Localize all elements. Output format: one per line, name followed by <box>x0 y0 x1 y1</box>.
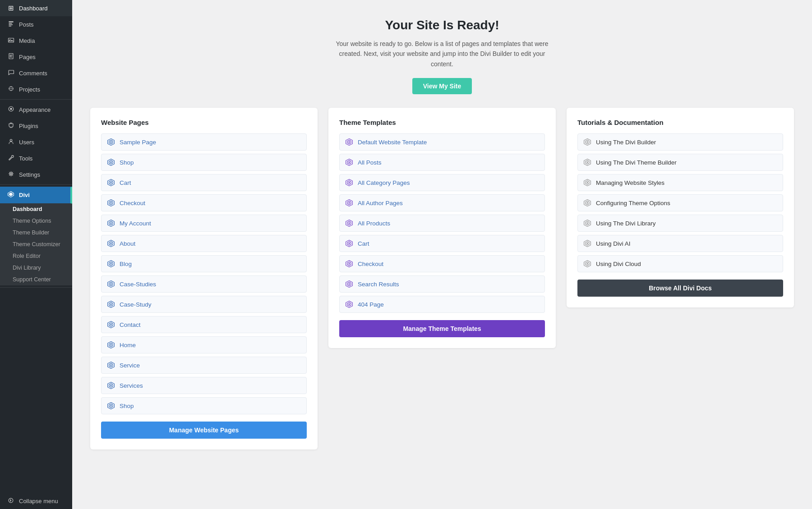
sidebar-item-pages[interactable]: Pages <box>0 49 72 65</box>
svg-point-81 <box>348 243 350 244</box>
svg-point-96 <box>586 162 588 163</box>
theme-template-item[interactable]: 404 Page <box>339 296 545 313</box>
svg-rect-7 <box>9 55 12 55</box>
dashboard-icon: ⊞ <box>6 4 15 12</box>
tutorial-item[interactable]: Using The Divi Theme Builder <box>577 154 783 171</box>
sidebar-item-tools[interactable]: Tools <box>0 150 72 166</box>
manage-theme-templates-button[interactable]: Manage Theme Templates <box>339 320 545 337</box>
website-page-item[interactable]: Shop <box>101 154 307 171</box>
sidebar-label-dashboard: Dashboard <box>19 5 48 12</box>
sidebar-item-dashboard[interactable]: ⊞ Dashboard <box>0 0 72 16</box>
website-page-item[interactable]: Sample Page <box>101 133 307 151</box>
tutorial-item[interactable]: Using Divi AI <box>577 235 783 252</box>
sidebar-item-comments[interactable]: Comments <box>0 65 72 81</box>
website-page-item[interactable]: Blog <box>101 255 307 272</box>
sidebar-sub-dashboard[interactable]: Dashboard <box>0 203 72 215</box>
website-page-item[interactable]: Case-Studies <box>101 275 307 293</box>
page-description: Your website is ready to go. Below is a … <box>329 39 555 69</box>
sidebar-item-divi[interactable]: Divi <box>0 187 72 203</box>
svg-point-87 <box>348 284 350 285</box>
divider-3 <box>0 287 72 288</box>
svg-marker-20 <box>9 193 13 196</box>
svg-point-24 <box>110 142 111 143</box>
sidebar-item-posts[interactable]: Posts <box>0 16 72 32</box>
tutorial-item[interactable]: Using The Divi Builder <box>577 133 783 151</box>
sidebar-sub-divi-library[interactable]: Divi Library <box>0 262 72 274</box>
svg-point-54 <box>110 344 111 346</box>
website-page-item[interactable]: Checkout <box>101 194 307 211</box>
tutorial-item[interactable]: Using The Divi Library <box>577 215 783 232</box>
divider-1 <box>0 99 72 100</box>
sidebar-item-appearance[interactable]: Appearance <box>0 101 72 118</box>
website-page-item[interactable]: Services <box>101 377 307 394</box>
sidebar-sub-theme-builder[interactable]: Theme Builder <box>0 227 72 238</box>
website-page-item[interactable]: Shop <box>101 397 307 414</box>
browse-docs-button[interactable]: Browse All Divi Docs <box>577 280 783 297</box>
sidebar-label-posts: Posts <box>19 21 34 28</box>
theme-template-item[interactable]: All Posts <box>339 154 545 171</box>
website-page-item[interactable]: Cart <box>101 174 307 191</box>
svg-rect-2 <box>9 24 13 25</box>
svg-point-16 <box>10 139 12 142</box>
divi-submenu: Dashboard Theme Options Theme Builder Th… <box>0 203 72 285</box>
tutorial-item[interactable]: Managing Website Styles <box>577 174 783 191</box>
website-pages-panel: Website Pages Sample Page Shop Cart Chec… <box>90 108 318 449</box>
svg-point-78 <box>348 223 350 224</box>
sidebar-item-users[interactable]: Users <box>0 134 72 150</box>
website-page-item[interactable]: About <box>101 235 307 252</box>
svg-point-30 <box>110 182 111 183</box>
tutorials-list: Using The Divi Builder Using The Divi Th… <box>577 133 783 272</box>
theme-template-item[interactable]: All Author Pages <box>339 194 545 211</box>
svg-point-102 <box>586 202 588 204</box>
sidebar-label-divi: Divi <box>19 192 30 198</box>
theme-templates-list: Default Website Template All Posts All C… <box>339 133 545 313</box>
svg-point-60 <box>110 385 111 386</box>
manage-website-pages-button[interactable]: Manage Website Pages <box>101 422 307 439</box>
website-page-item[interactable]: Home <box>101 336 307 353</box>
tutorial-item[interactable]: Configuring Theme Options <box>577 194 783 211</box>
svg-point-111 <box>586 263 588 265</box>
projects-icon <box>6 85 15 93</box>
svg-point-45 <box>110 284 111 285</box>
sidebar-label-plugins: Plugins <box>19 123 38 129</box>
theme-template-item[interactable]: All Products <box>339 215 545 232</box>
website-pages-list: Sample Page Shop Cart Checkout My Accoun… <box>101 133 307 414</box>
sidebar-item-media[interactable]: Media <box>0 32 72 49</box>
sidebar-collapse-menu[interactable]: Collapse menu <box>0 493 72 509</box>
theme-template-item[interactable]: Checkout <box>339 255 545 272</box>
svg-point-93 <box>586 142 588 143</box>
svg-point-105 <box>586 223 588 224</box>
theme-template-item[interactable]: Default Website Template <box>339 133 545 151</box>
sidebar-item-settings[interactable]: Settings <box>0 166 72 183</box>
svg-point-48 <box>110 304 111 305</box>
sidebar-item-projects[interactable]: Projects <box>0 81 72 97</box>
users-icon <box>6 138 15 146</box>
theme-template-item[interactable]: Search Results <box>339 275 545 293</box>
sidebar: ⊞ Dashboard Posts Media Pages Comments P… <box>0 0 72 509</box>
comments-icon <box>6 69 15 77</box>
view-site-button[interactable]: View My Site <box>412 78 472 94</box>
theme-template-item[interactable]: Cart <box>339 235 545 252</box>
tutorial-item[interactable]: Using Divi Cloud <box>577 255 783 272</box>
svg-rect-1 <box>9 23 12 24</box>
plugins-icon <box>6 122 15 130</box>
svg-point-90 <box>348 304 350 305</box>
svg-point-42 <box>110 263 111 265</box>
website-page-item[interactable]: My Account <box>101 215 307 232</box>
tools-icon <box>6 154 15 162</box>
svg-point-57 <box>110 365 111 366</box>
sidebar-sub-theme-customizer[interactable]: Theme Customizer <box>0 238 72 250</box>
sidebar-sub-role-editor[interactable]: Role Editor <box>0 250 72 262</box>
svg-rect-4 <box>8 38 14 42</box>
sidebar-item-plugins[interactable]: Plugins <box>0 118 72 134</box>
sidebar-label-pages: Pages <box>19 54 36 60</box>
sidebar-sub-support-center[interactable]: Support Center <box>0 274 72 285</box>
website-page-item[interactable]: Case-Study <box>101 296 307 313</box>
sidebar-sub-theme-options[interactable]: Theme Options <box>0 215 72 227</box>
website-page-item[interactable]: Contact <box>101 316 307 333</box>
svg-point-63 <box>110 405 111 407</box>
sidebar-label-projects: Projects <box>19 86 40 93</box>
theme-template-item[interactable]: All Category Pages <box>339 174 545 191</box>
website-page-item[interactable]: Service <box>101 357 307 374</box>
tutorials-panel: Tutorials & Documentation Using The Divi… <box>567 108 794 307</box>
